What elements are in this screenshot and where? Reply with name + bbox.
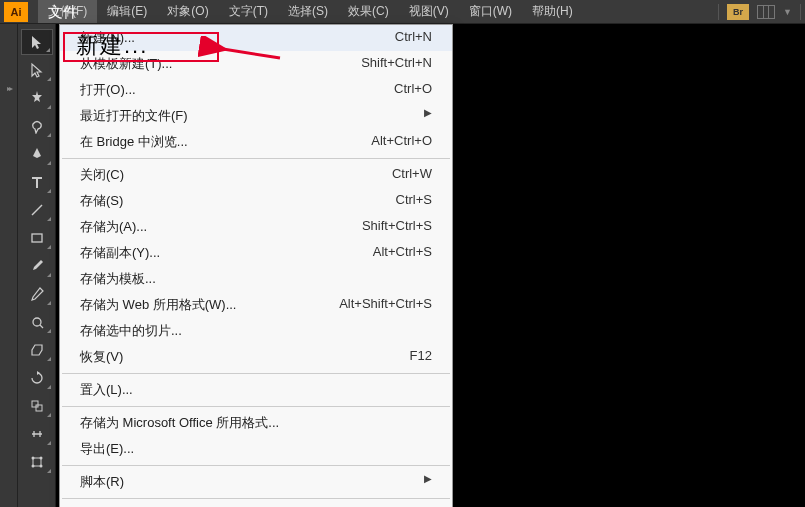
- menu-item-label: 新建(N)...: [80, 29, 135, 47]
- left-collapse-panel[interactable]: ▸▸: [0, 24, 18, 507]
- tool-flyout-icon: [47, 469, 51, 473]
- menu-item-label: 存储为 Microsoft Office 所用格式...: [80, 414, 279, 432]
- menu-item-在bridge中浏览[interactable]: 在 Bridge 中浏览...Alt+Ctrl+O: [60, 129, 452, 155]
- rotate-tool-icon: [29, 370, 45, 386]
- menu-item-label: 导出(E)...: [80, 440, 134, 458]
- menu-item-存储副本y[interactable]: 存储副本(Y)...Alt+Ctrl+S: [60, 240, 452, 266]
- lasso-tool[interactable]: [21, 113, 53, 139]
- menu-object[interactable]: 对象(O): [157, 0, 218, 23]
- menu-item-shortcut: Shift+Ctrl+N: [361, 55, 432, 73]
- menu-item-label: 存储(S): [80, 192, 123, 210]
- menu-item-label: 存储为(A)...: [80, 218, 147, 236]
- blob-brush-tool-icon: [29, 314, 45, 330]
- menu-item-shortcut: F12: [410, 348, 432, 366]
- type-tool-icon: [29, 174, 45, 190]
- direct-selection-tool[interactable]: [21, 57, 53, 83]
- paintbrush-tool[interactable]: [21, 253, 53, 279]
- menu-item-label: 最近打开的文件(F): [80, 107, 188, 125]
- pencil-tool[interactable]: [21, 281, 53, 307]
- tool-flyout-icon: [47, 161, 51, 165]
- menu-item-恢复v[interactable]: 恢复(V)F12: [60, 344, 452, 370]
- menu-item-存储为web所用格式w[interactable]: 存储为 Web 所用格式(W)...Alt+Shift+Ctrl+S: [60, 292, 452, 318]
- rectangle-tool[interactable]: [21, 225, 53, 251]
- pen-tool-icon: [29, 146, 45, 162]
- menu-item-置入l[interactable]: 置入(L)...: [60, 377, 452, 403]
- menu-item-label: 存储为 Web 所用格式(W)...: [80, 296, 236, 314]
- selection-tool-icon: [29, 34, 45, 50]
- tool-flyout-icon: [47, 329, 51, 333]
- menu-item-shortcut: Shift+Ctrl+S: [362, 218, 432, 236]
- menu-item-脚本r[interactable]: 脚本(R)▶: [60, 469, 452, 495]
- menu-item-存储为microsoftoffice所用格式[interactable]: 存储为 Microsoft Office 所用格式...: [60, 410, 452, 436]
- tool-flyout-icon: [47, 189, 51, 193]
- menu-item-shortcut: Ctrl+S: [396, 192, 432, 210]
- menu-file[interactable]: 文件(F): [38, 0, 97, 23]
- svg-point-6: [31, 457, 34, 460]
- magic-wand-tool[interactable]: [21, 85, 53, 111]
- tool-flyout-icon: [47, 413, 51, 417]
- svg-rect-4: [36, 405, 42, 411]
- svg-point-7: [39, 457, 42, 460]
- pencil-tool-icon: [29, 286, 45, 302]
- type-tool[interactable]: [21, 169, 53, 195]
- blob-brush-tool[interactable]: [21, 309, 53, 335]
- svg-point-2: [33, 318, 41, 326]
- menu-select[interactable]: 选择(S): [278, 0, 338, 23]
- menu-separator: [62, 465, 450, 466]
- menu-item-label: 存储选中的切片...: [80, 322, 182, 340]
- menu-item-打开o[interactable]: 打开(O)...Ctrl+O: [60, 77, 452, 103]
- divider: [800, 4, 801, 20]
- svg-rect-5: [33, 458, 41, 466]
- menu-item-从模板新建t[interactable]: 从模板新建(T)...Shift+Ctrl+N: [60, 51, 452, 77]
- menu-type[interactable]: 文字(T): [219, 0, 278, 23]
- rectangle-tool-icon: [29, 230, 45, 246]
- menu-item-关闭c[interactable]: 关闭(C)Ctrl+W: [60, 162, 452, 188]
- menu-item-label: 关闭(C): [80, 166, 124, 184]
- menu-item-label: 存储为模板...: [80, 270, 156, 288]
- line-tool[interactable]: [21, 197, 53, 223]
- svg-line-0: [32, 205, 42, 215]
- menu-effect[interactable]: 效果(C): [338, 0, 399, 23]
- width-tool[interactable]: [21, 421, 53, 447]
- menu-help[interactable]: 帮助(H): [522, 0, 583, 23]
- scale-tool[interactable]: [21, 393, 53, 419]
- menu-item-shortcut: Alt+Ctrl+S: [373, 244, 432, 262]
- menu-item-shortcut: Alt+Shift+Ctrl+S: [339, 296, 432, 314]
- menu-item-label: 存储副本(Y)...: [80, 244, 160, 262]
- tool-flyout-icon: [47, 357, 51, 361]
- menu-item-存储选中的切片[interactable]: 存储选中的切片...: [60, 318, 452, 344]
- menu-edit[interactable]: 编辑(E): [97, 0, 157, 23]
- app-logo: Ai: [4, 2, 28, 22]
- line-tool-icon: [29, 202, 45, 218]
- menu-item-导出e[interactable]: 导出(E)...: [60, 436, 452, 462]
- menu-item-shortcut: Alt+Ctrl+O: [371, 133, 432, 151]
- file-dropdown-menu: 新建(N)...Ctrl+N从模板新建(T)...Shift+Ctrl+N打开(…: [59, 24, 453, 507]
- layout-switcher[interactable]: [757, 5, 775, 19]
- menu-item-存储s[interactable]: 存储(S)Ctrl+S: [60, 188, 452, 214]
- dropdown-arrow-icon[interactable]: ▼: [783, 7, 792, 17]
- direct-selection-tool-icon: [29, 62, 45, 78]
- menu-view[interactable]: 视图(V): [399, 0, 459, 23]
- toolbox: [18, 24, 56, 507]
- eraser-tool[interactable]: [21, 337, 53, 363]
- divider: [718, 4, 719, 20]
- svg-point-8: [31, 465, 34, 468]
- magic-wand-tool-icon: [29, 90, 45, 106]
- selection-tool[interactable]: [21, 29, 53, 55]
- rotate-tool[interactable]: [21, 365, 53, 391]
- menu-item-文档设置d[interactable]: 文档设置(D)...Alt+Ctrl+P: [60, 502, 452, 507]
- menu-item-新建n[interactable]: 新建(N)...Ctrl+N: [60, 25, 452, 51]
- menu-item-存储为a[interactable]: 存储为(A)...Shift+Ctrl+S: [60, 214, 452, 240]
- bridge-button[interactable]: Br: [727, 4, 749, 20]
- free-transform-tool[interactable]: [21, 449, 53, 475]
- menu-window[interactable]: 窗口(W): [459, 0, 522, 23]
- tool-flyout-icon: [47, 105, 51, 109]
- submenu-arrow-icon: ▶: [424, 107, 432, 125]
- tool-flyout-icon: [47, 273, 51, 277]
- menu-item-shortcut: Ctrl+N: [395, 29, 432, 47]
- menu-item-存储为模板[interactable]: 存储为模板...: [60, 266, 452, 292]
- menu-item-最近打开的文件f[interactable]: 最近打开的文件(F)▶: [60, 103, 452, 129]
- scale-tool-icon: [29, 398, 45, 414]
- pen-tool[interactable]: [21, 141, 53, 167]
- menu-separator: [62, 498, 450, 499]
